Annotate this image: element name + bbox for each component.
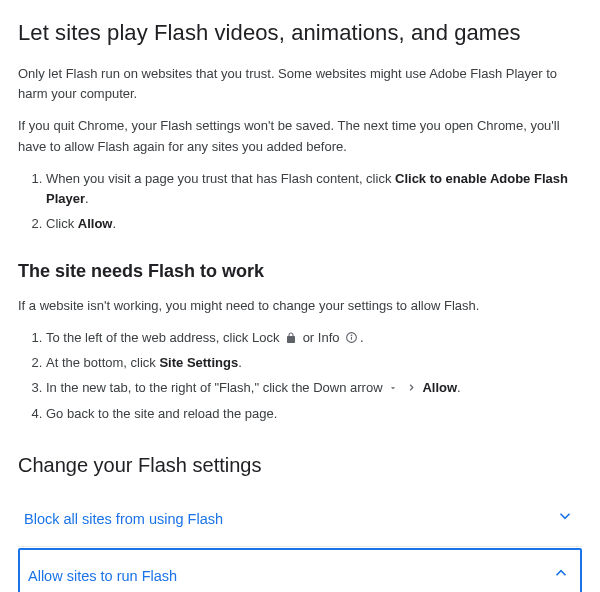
arrow-dropdown-icon bbox=[388, 383, 398, 393]
accordion-header[interactable]: Allow sites to run Flash bbox=[20, 550, 580, 592]
intro-paragraph-2: If you quit Chrome, your Flash settings … bbox=[18, 116, 582, 156]
accordion: Block all sites from using Flash Allow s… bbox=[18, 493, 582, 592]
info-icon bbox=[345, 331, 358, 344]
list-item: To the left of the web address, click Lo… bbox=[46, 328, 582, 348]
list-item: Go back to the site and reload the page. bbox=[46, 404, 582, 424]
text: When you visit a page you trust that has… bbox=[46, 171, 395, 186]
intro-paragraph-1: Only let Flash run on websites that you … bbox=[18, 64, 582, 104]
chevron-down-icon bbox=[556, 507, 574, 532]
list-item: At the bottom, click Site Settings. bbox=[46, 353, 582, 373]
text-bold: Allow bbox=[422, 380, 457, 395]
text: or Info bbox=[299, 330, 343, 345]
text: . bbox=[112, 216, 116, 231]
steps-list-2: To the left of the web address, click Lo… bbox=[18, 328, 582, 424]
steps-list-1: When you visit a page you trust that has… bbox=[18, 169, 582, 234]
text: . bbox=[360, 330, 364, 345]
page-title: Let sites play Flash videos, animations,… bbox=[18, 16, 582, 50]
text-bold: Allow bbox=[78, 216, 113, 231]
list-item: When you visit a page you trust that has… bbox=[46, 169, 582, 209]
list-item: Click Allow. bbox=[46, 214, 582, 234]
svg-point-2 bbox=[351, 335, 352, 336]
accordion-header[interactable]: Block all sites from using Flash bbox=[18, 493, 582, 547]
list-item: In the new tab, to the right of "Flash,"… bbox=[46, 378, 582, 398]
section-heading-needs-flash: The site needs Flash to work bbox=[18, 258, 582, 286]
accordion-item-allow-sites: Allow sites to run Flash bbox=[18, 548, 582, 592]
accordion-title: Allow sites to run Flash bbox=[28, 565, 177, 587]
text: . bbox=[238, 355, 242, 370]
section-intro: If a website isn't working, you might ne… bbox=[18, 296, 582, 316]
text: At the bottom, click bbox=[46, 355, 159, 370]
text: . bbox=[457, 380, 461, 395]
accordion-title: Block all sites from using Flash bbox=[24, 508, 223, 530]
lock-icon bbox=[285, 332, 297, 344]
chevron-up-icon bbox=[552, 564, 570, 589]
section-heading-change-settings: Change your Flash settings bbox=[18, 450, 582, 481]
text: . bbox=[85, 191, 89, 206]
text: In the new tab, to the right of "Flash,"… bbox=[46, 380, 386, 395]
text: To the left of the web address, click Lo… bbox=[46, 330, 283, 345]
chevron-right-icon bbox=[406, 382, 417, 393]
text: Click bbox=[46, 216, 78, 231]
accordion-item-block-all: Block all sites from using Flash bbox=[18, 493, 582, 548]
text-bold: Site Settings bbox=[159, 355, 238, 370]
text bbox=[400, 380, 404, 395]
